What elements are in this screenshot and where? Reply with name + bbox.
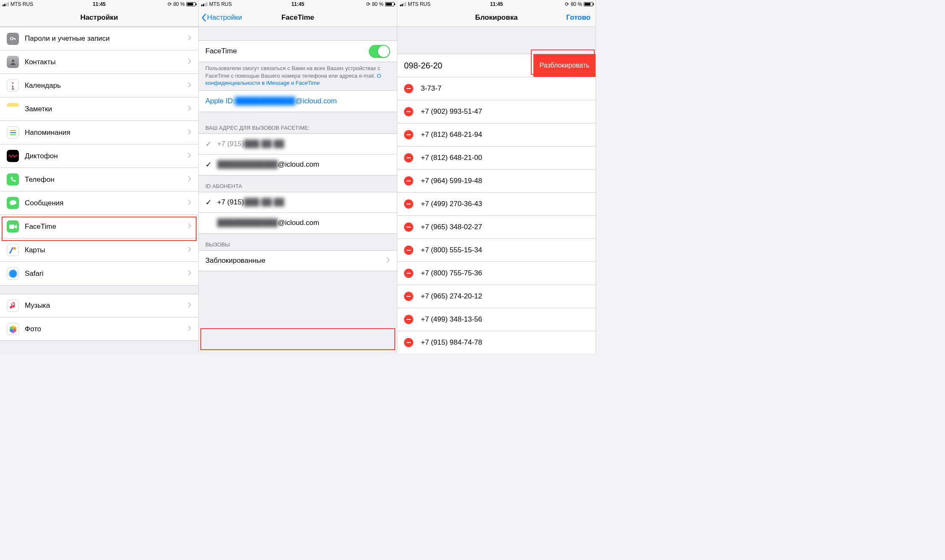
blocked-contact-row[interactable]: +7 (812) 648-21-00	[397, 147, 596, 170]
blocked-number: +7 (812) 648-21-00	[421, 154, 482, 162]
nav-header: Настройки	[0, 8, 198, 27]
chevron-right-icon	[188, 325, 192, 333]
battery-icon	[584, 2, 593, 6]
facetime-toggle[interactable]	[369, 45, 390, 58]
settings-item-voice[interactable]: Диктофон	[0, 144, 198, 168]
maps-icon	[7, 244, 19, 256]
checkmark-icon: ✓	[205, 198, 212, 207]
blocked-contact-row[interactable]: +7 (800) 755-75-36	[397, 262, 596, 285]
addresses-header: ВАШ АДРЕС ДЛЯ ВЫЗОВОВ FACETIME:	[199, 112, 397, 133]
remove-icon[interactable]	[404, 315, 413, 324]
caller-id-header: ID АБОНЕНТА	[199, 175, 397, 192]
chevron-right-icon	[188, 199, 192, 207]
blocked-contact-row-swiped[interactable]: 098-26-20 Разблокировать	[397, 54, 596, 77]
blocked-contact-row[interactable]: +7 (902) 993-51-47	[397, 100, 596, 123]
blocked-row[interactable]: Заблокированные	[199, 250, 397, 271]
blocked-number: +7 (800) 555-15-34	[421, 246, 482, 254]
phone-icon	[7, 173, 19, 186]
settings-item-safari[interactable]: Safari	[0, 262, 198, 285]
blocked-contact-row[interactable]: +7 (964) 599-19-48	[397, 170, 596, 193]
blocked-number: +7 (812) 648-21-94	[421, 131, 482, 139]
ft-icon	[7, 220, 19, 233]
settings-item-label: Телефон	[25, 175, 184, 184]
blocked-contact-row[interactable]: +7 (800) 555-15-34	[397, 239, 596, 262]
settings-item-contacts[interactable]: Контакты	[0, 50, 198, 74]
svg-rect-4	[9, 225, 14, 229]
remove-icon[interactable]	[404, 84, 413, 93]
svg-rect-2	[15, 38, 16, 40]
status-bar: MTS RUS 11:45 ⟳ 80 %	[397, 0, 596, 8]
remove-icon[interactable]	[404, 176, 413, 186]
addr-email-suffix: @icloud.com	[278, 160, 320, 169]
chevron-right-icon	[188, 128, 192, 137]
blocked-contact-row[interactable]: +7 (499) 270-36-43	[397, 193, 596, 216]
chevron-right-icon	[188, 34, 192, 43]
blocked-number: +7 (902) 993-51-47	[421, 107, 482, 116]
chevron-right-icon	[188, 58, 192, 66]
battery-icon	[385, 2, 394, 6]
remove-icon[interactable]	[404, 199, 413, 209]
page-title: Блокировка	[475, 13, 517, 22]
contacts-icon	[7, 56, 19, 68]
settings-item-msg[interactable]: Сообщения	[0, 191, 198, 215]
blocked-contact-row[interactable]: +7 (965) 274-20-12	[397, 285, 596, 308]
remove-icon[interactable]	[404, 246, 413, 255]
blocked-contact-row[interactable]: +7 (812) 648-21-94	[397, 123, 596, 147]
blocked-contact-row[interactable]: +7 (915) 984-74-78	[397, 331, 596, 353]
facetime-toggle-row[interactable]: FaceTime	[199, 40, 397, 62]
remove-icon[interactable]	[404, 107, 413, 116]
chevron-right-icon	[188, 270, 192, 278]
blocked-number: +7 (499) 270-36-43	[421, 200, 482, 208]
caller-email-row[interactable]: ✓ ████████████ @icloud.com	[199, 213, 397, 234]
status-time: 11:45	[199, 1, 397, 7]
addr-phone-prefix: +7 (915)	[217, 140, 244, 148]
caller-phone-row[interactable]: ✓ +7 (915) ███-██-██	[199, 192, 397, 213]
settings-item-ft[interactable]: FaceTime	[0, 215, 198, 238]
addr-email-blur: ████████████	[217, 160, 278, 169]
settings-screen: MTS RUS 11:45 ⟳ 80 % Настройки Пароли и …	[0, 0, 199, 353]
settings-item-phone[interactable]: Телефон	[0, 168, 198, 191]
remove-icon[interactable]	[404, 338, 413, 347]
music-icon	[7, 300, 19, 312]
notes-icon	[7, 103, 19, 115]
svg-point-5	[13, 247, 16, 250]
apple-id-row[interactable]: Apple ID: ████████████ @icloud.com	[199, 90, 397, 112]
remove-icon[interactable]	[404, 269, 413, 278]
remove-icon[interactable]	[404, 153, 413, 162]
settings-item-cal[interactable]: ●1Календарь	[0, 74, 198, 97]
settings-item-label: Фото	[25, 325, 184, 333]
address-email-row[interactable]: ✓ ████████████ @icloud.com	[199, 154, 397, 175]
calls-header: ВЫЗОВЫ	[199, 234, 397, 250]
back-label: Настройки	[207, 13, 242, 22]
blocked-number: +7 (915) 984-74-78	[421, 338, 482, 347]
chevron-right-icon	[188, 152, 192, 160]
blocked-contact-row[interactable]: 3-73-7	[397, 77, 596, 100]
photos-icon	[7, 323, 19, 335]
settings-item-notes[interactable]: Заметки	[0, 97, 198, 121]
blocked-number: +7 (964) 599-19-48	[421, 177, 482, 185]
nav-header: Блокировка Готово	[397, 8, 596, 27]
highlight-blocked	[200, 328, 395, 350]
address-phone-row[interactable]: ✓ +7 (915) ███-██-██	[199, 133, 397, 154]
blocked-number: +7 (499) 348-13-56	[421, 315, 482, 324]
remove-icon[interactable]	[404, 130, 413, 139]
apple-id-blurred: ████████████	[235, 97, 296, 105]
blocked-contact-row[interactable]: +7 (499) 348-13-56	[397, 308, 596, 331]
status-time: 11:45	[0, 1, 198, 7]
remove-icon[interactable]	[404, 292, 413, 301]
caller-phone-prefix: +7 (915)	[217, 198, 244, 207]
settings-item-music[interactable]: Музыка	[0, 294, 198, 317]
settings-item-label: Диктофон	[25, 152, 184, 160]
remove-icon[interactable]	[404, 222, 413, 232]
done-button[interactable]: Готово	[566, 13, 591, 22]
chevron-right-icon	[188, 105, 192, 113]
blocked-contact-row[interactable]: +7 (965) 348-02-27	[397, 216, 596, 239]
settings-item-photos[interactable]: Фото	[0, 317, 198, 341]
settings-item-maps[interactable]: Карты	[0, 238, 198, 262]
settings-item-label: Safari	[25, 270, 184, 278]
settings-item-key[interactable]: Пароли и учетные записи	[0, 27, 198, 50]
settings-item-label: Заметки	[25, 105, 184, 113]
settings-item-rem[interactable]: Напоминания	[0, 121, 198, 144]
unblock-button[interactable]: Разблокировать	[533, 54, 596, 77]
back-button[interactable]: Настройки	[201, 13, 242, 22]
